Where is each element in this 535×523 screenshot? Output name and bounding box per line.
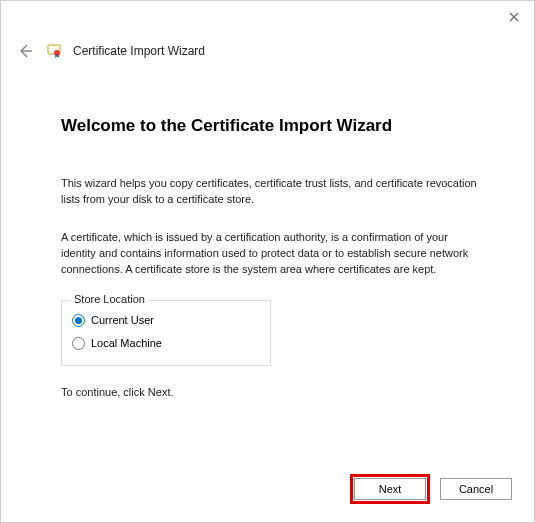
certificate-icon bbox=[45, 42, 63, 60]
radio-label: Local Machine bbox=[91, 337, 162, 349]
radio-current-user[interactable]: Current User bbox=[72, 309, 260, 332]
close-icon[interactable] bbox=[502, 5, 526, 29]
wizard-footer: Next Cancel bbox=[350, 474, 512, 504]
wizard-title: Certificate Import Wizard bbox=[73, 44, 205, 58]
radio-local-machine[interactable]: Local Machine bbox=[72, 332, 260, 355]
radio-icon bbox=[72, 314, 85, 327]
radio-icon bbox=[72, 337, 85, 350]
radio-label: Current User bbox=[91, 314, 154, 326]
cancel-button[interactable]: Cancel bbox=[440, 478, 512, 500]
titlebar bbox=[1, 1, 534, 33]
intro-paragraph-1: This wizard helps you copy certificates,… bbox=[61, 176, 478, 208]
continue-hint: To continue, click Next. bbox=[61, 386, 478, 398]
back-arrow-icon[interactable] bbox=[15, 41, 35, 61]
store-location-legend: Store Location bbox=[70, 293, 149, 305]
welcome-heading: Welcome to the Certificate Import Wizard bbox=[61, 116, 478, 136]
wizard-content: Welcome to the Certificate Import Wizard… bbox=[1, 61, 534, 398]
intro-paragraph-2: A certificate, which is issued by a cert… bbox=[61, 230, 478, 278]
next-button[interactable]: Next bbox=[354, 478, 426, 500]
store-location-group: Store Location Current User Local Machin… bbox=[61, 300, 271, 366]
next-button-highlight: Next bbox=[350, 474, 430, 504]
wizard-header: Certificate Import Wizard bbox=[1, 33, 534, 61]
